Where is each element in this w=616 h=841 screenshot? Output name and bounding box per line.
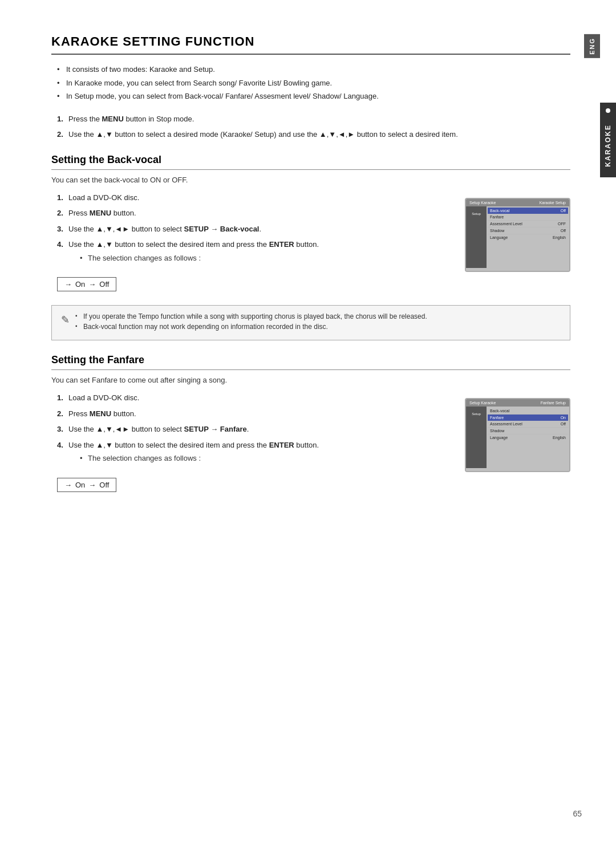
backvocal-step-2: 2. Press MENU button. xyxy=(57,208,453,219)
intro-steps: 1. Press the MENU button in Stop mode. 2… xyxy=(51,113,570,140)
ff-row-3-value: Off xyxy=(561,422,566,426)
intro-step-2: 2. Use the ▲,▼ button to select a desire… xyxy=(57,129,570,140)
backvocal-arrow-diagram: → On → Off xyxy=(57,277,116,291)
backvocal-sub-bullets: The selection changes as follows : xyxy=(68,253,453,264)
fanfare-selection-note: The selection changes as follows : xyxy=(80,453,453,464)
fanfare-desc: You can set Fanfare to come out after si… xyxy=(51,376,570,384)
backvocal-arrow-middle: → xyxy=(88,280,96,289)
ff-sidebar-item: Setup xyxy=(472,412,481,417)
backvocal-desc: You can set the back-vocal to ON or OFF. xyxy=(51,176,570,184)
ff-row-4-label: Shadow xyxy=(490,429,504,433)
note-item-1: If you operate the Tempo function while … xyxy=(75,312,561,320)
bv-row-5-value: English xyxy=(553,235,566,239)
page-number: 65 xyxy=(573,809,582,818)
fanfare-arrow-middle: → xyxy=(88,481,96,489)
note-item-2: Back-vocal function may not work dependi… xyxy=(75,323,561,331)
bv-row-3-value: OFF xyxy=(558,222,566,226)
backvocal-steps-container: 1. Load a DVD-OK disc. 2. Press MENU but… xyxy=(51,192,453,299)
backvocal-title: Setting the Back-vocal xyxy=(51,154,570,170)
backvocal-content: 1. Load a DVD-OK disc. 2. Press MENU but… xyxy=(51,192,570,299)
fanfare-steps-container: 1. Load a DVD-OK disc. 2. Press MENU but… xyxy=(51,392,453,499)
bv-row-1-label: Back-vocal xyxy=(490,209,509,213)
main-title: KARAOKE SETTING FUNCTION xyxy=(51,34,570,55)
bv-screenshot-title-right: Karaoke Setup xyxy=(540,201,566,205)
backvocal-step-4: 4. Use the ▲,▼ button to select the desi… xyxy=(57,239,453,263)
backvocal-note-box: ✎ If you operate the Tempo function whil… xyxy=(51,305,570,340)
bv-sidebar-item: Setup xyxy=(472,212,481,217)
intro-bullet-1: It consists of two modes: Karaoke and Se… xyxy=(57,64,570,75)
intro-bullet-2: In Karaoke mode, you can select from Sea… xyxy=(57,78,570,89)
bv-screenshot-title-left: Setup Karaoke xyxy=(469,201,496,205)
fanfare-content: 1. Load a DVD-OK disc. 2. Press MENU but… xyxy=(51,392,570,499)
backvocal-steps: 1. Load a DVD-OK disc. 2. Press MENU but… xyxy=(51,192,453,264)
fanfare-off-label: Off xyxy=(99,481,109,489)
backvocal-screenshot: Setup Karaoke Karaoke Setup Setup Back-v… xyxy=(465,198,570,272)
eng-tab: ENG xyxy=(584,34,600,58)
intro-step-1: 1. Press the MENU button in Stop mode. xyxy=(57,113,570,125)
ff-row-3-label: Assessment Level xyxy=(490,422,522,426)
sidebar-label: KARAOKE xyxy=(604,120,612,172)
intro-bullet-list: It consists of two modes: Karaoke and Se… xyxy=(51,64,570,102)
sidebar-tab: KARAOKE xyxy=(600,103,616,177)
ff-row-1-label: Back-vocal xyxy=(490,409,509,413)
backvocal-step-3: 3. Use the ▲,▼,◄► button to select SETUP… xyxy=(57,224,453,235)
page-container: ENG KARAOKE KARAOKE SETTING FUNCTION It … xyxy=(0,0,616,841)
fanfare-steps: 1. Load a DVD-OK disc. 2. Press MENU but… xyxy=(51,392,453,464)
bv-row-4-value: Off xyxy=(561,229,566,233)
fanfare-arrow-diagram: → On → Off xyxy=(57,478,116,492)
backvocal-off-label: Off xyxy=(99,280,109,289)
backvocal-selection-note: The selection changes as follows : xyxy=(80,253,453,264)
ff-row-5-value: English xyxy=(553,436,566,440)
fanfare-step-1: 1. Load a DVD-OK disc. xyxy=(57,392,453,404)
note-icon: ✎ xyxy=(61,314,70,326)
note-content: If you operate the Tempo function while … xyxy=(75,312,561,333)
bv-row-1-value: Off xyxy=(561,209,566,213)
bv-row-2-label: Fanfare xyxy=(490,215,504,219)
intro-bullet-3: In Setup mode, you can select from Back-… xyxy=(57,91,570,102)
eng-label: ENG xyxy=(589,38,595,55)
bv-row-4-label: Shadow xyxy=(490,229,504,233)
fanfare-on-label: On xyxy=(75,481,85,489)
ff-row-2-label: Fanfare xyxy=(490,416,504,420)
fanfare-step-2: 2. Press MENU button. xyxy=(57,408,453,420)
backvocal-arrow-left: → xyxy=(64,280,72,289)
fanfare-title: Setting the Fanfare xyxy=(51,354,570,370)
backvocal-on-label: On xyxy=(75,280,85,289)
bv-row-5-label: Language xyxy=(490,235,508,239)
sidebar-dot xyxy=(606,108,610,113)
ff-row-2-value: On xyxy=(561,416,566,420)
fanfare-arrow-left: → xyxy=(64,481,72,489)
fanfare-sub-bullets: The selection changes as follows : xyxy=(68,453,453,464)
fanfare-step-4: 4. Use the ▲,▼ button to select the desi… xyxy=(57,440,453,464)
fanfare-screenshot: Setup Karaoke Fanfare Setup Setup Back-v… xyxy=(465,398,570,472)
ff-row-5-label: Language xyxy=(490,436,508,440)
fanfare-step-3: 3. Use the ▲,▼,◄► button to select SETUP… xyxy=(57,424,453,435)
bv-row-3-label: Assessment Level xyxy=(490,222,522,226)
ff-screenshot-title-right: Fanfare Setup xyxy=(541,401,566,405)
ff-screenshot-title-left: Setup Karaoke xyxy=(469,401,496,405)
backvocal-step-1: 1. Load a DVD-OK disc. xyxy=(57,192,453,204)
